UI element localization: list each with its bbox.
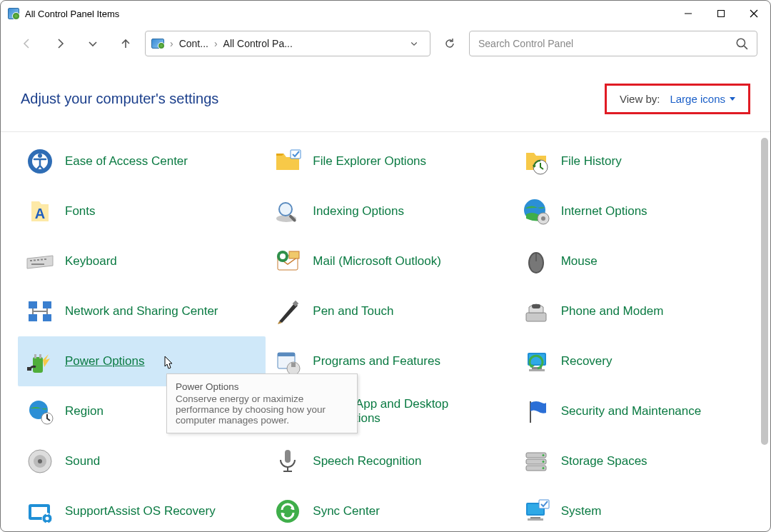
item-phone-modem[interactable]: Phone and Modem [514, 286, 762, 336]
file-history-icon [521, 146, 551, 176]
indexing-icon [273, 196, 303, 226]
item-label: Mail (Microsoft Outlook) [313, 254, 440, 268]
power-options-icon [25, 346, 55, 376]
recent-locations-button[interactable] [79, 30, 106, 57]
forward-button[interactable] [46, 30, 74, 57]
item-label: Network and Sharing Center [65, 304, 218, 318]
window-controls [672, 1, 770, 26]
item-mouse[interactable]: Mouse [514, 236, 762, 286]
close-button[interactable] [737, 1, 770, 26]
back-button[interactable] [14, 30, 41, 57]
window-title: All Control Panel Items [25, 9, 119, 19]
svg-line-5 [744, 46, 747, 49]
item-label: Speech Recognition [313, 454, 421, 468]
chevron-right-icon: › [170, 38, 173, 49]
item-label: Mouse [561, 254, 598, 268]
items-area: Ease of Access Center File Explorer Opti… [1, 132, 770, 528]
item-label: Ease of Access Center [65, 154, 188, 169]
programs-features-icon [273, 346, 303, 376]
item-system[interactable]: System [514, 486, 762, 528]
phone-modem-icon [521, 296, 551, 326]
item-label: Power Options [65, 354, 145, 368]
chevron-down-icon [730, 97, 735, 101]
content-header: Adjust your computer's settings View by:… [1, 61, 770, 132]
item-mail[interactable]: Mail (Microsoft Outlook) [266, 236, 513, 286]
svg-rect-41 [27, 367, 31, 371]
address-bar[interactable]: › Cont... › All Control Pa... [145, 31, 430, 56]
title-bar: All Control Panel Items [1, 1, 770, 26]
item-indexing-options[interactable]: Indexing Options [266, 186, 513, 236]
item-internet-options[interactable]: Internet Options [514, 186, 762, 236]
vertical-scrollbar[interactable] [759, 132, 769, 528]
security-flag-icon [521, 396, 551, 426]
tooltip: Power Options Conserve energy or maximiz… [166, 373, 358, 433]
item-recovery[interactable]: Recovery [514, 336, 762, 386]
maximize-button[interactable] [705, 1, 737, 26]
item-ease-of-access-center[interactable]: Ease of Access Center [18, 136, 266, 186]
item-sync-center[interactable]: Sync Center [266, 486, 513, 528]
item-label: Storage Spaces [561, 454, 647, 468]
minimize-button[interactable] [672, 1, 705, 26]
svg-rect-21 [41, 259, 43, 261]
item-sound[interactable]: Sound [18, 436, 266, 486]
item-label: File Explorer Options [313, 154, 426, 169]
network-icon [25, 296, 55, 326]
svg-point-4 [737, 39, 745, 46]
system-icon [521, 496, 551, 526]
item-supportassist[interactable]: SupportAssist OS Recovery [18, 486, 266, 528]
up-button[interactable] [112, 30, 139, 57]
svg-rect-38 [33, 357, 43, 373]
search-input[interactable] [478, 38, 735, 49]
svg-point-17 [541, 216, 545, 221]
item-keyboard[interactable]: Keyboard [18, 236, 266, 286]
storage-icon [521, 446, 551, 476]
svg-rect-39 [34, 354, 36, 358]
ease-of-access-icon [25, 146, 55, 176]
view-by-dropdown[interactable]: Large icons [670, 93, 735, 105]
breadcrumb-item[interactable]: Cont... [179, 38, 208, 49]
svg-rect-49 [529, 369, 545, 371]
item-file-explorer-options[interactable]: File Explorer Options [266, 136, 513, 186]
svg-point-8 [38, 154, 42, 158]
scrollbar-thumb[interactable] [761, 138, 768, 445]
chevron-right-icon: › [214, 38, 218, 49]
item-label: Keyboard [65, 254, 117, 268]
svg-rect-45 [291, 363, 296, 367]
item-fonts[interactable]: A Fonts [18, 186, 266, 236]
refresh-button[interactable] [436, 30, 463, 57]
svg-rect-40 [39, 354, 41, 358]
search-box[interactable] [469, 31, 757, 56]
address-dropdown-button[interactable] [404, 39, 424, 48]
item-label: Region [65, 404, 104, 418]
tooltip-title: Power Options [176, 381, 348, 392]
supportassist-icon [25, 496, 55, 526]
svg-point-71 [46, 517, 49, 521]
search-icon [735, 37, 748, 50]
svg-rect-31 [29, 301, 37, 308]
svg-rect-34 [43, 314, 51, 321]
item-label: Sound [65, 454, 100, 468]
fonts-icon: A [25, 196, 55, 226]
item-file-history[interactable]: File History [514, 136, 762, 186]
navigation-bar: › Cont... › All Control Pa... [1, 26, 770, 61]
item-pen-touch[interactable]: Pen and Touch [266, 286, 513, 336]
svg-rect-77 [530, 517, 540, 518]
internet-options-icon [521, 196, 551, 226]
item-storage-spaces[interactable]: Storage Spaces [514, 436, 762, 486]
svg-text:A: A [35, 206, 45, 221]
item-label: Indexing Options [313, 204, 404, 219]
svg-rect-20 [37, 259, 39, 261]
view-by-control-highlighted: View by: Large icons [605, 84, 750, 114]
breadcrumb-item[interactable]: All Control Pa... [223, 38, 293, 49]
view-by-label: View by: [620, 93, 660, 105]
svg-rect-59 [285, 450, 291, 463]
item-label: SupportAssist OS Recovery [65, 504, 216, 518]
page-title: Adjust your computer's settings [21, 91, 218, 107]
item-speech-recognition[interactable]: Speech Recognition [266, 436, 513, 486]
sound-icon [25, 446, 55, 476]
svg-rect-1 [718, 11, 725, 17]
item-network-sharing[interactable]: Network and Sharing Center [18, 286, 266, 336]
mouse-icon [521, 246, 551, 276]
item-security-maintenance[interactable]: Security and Maintenance [514, 386, 762, 436]
svg-rect-33 [29, 314, 37, 321]
